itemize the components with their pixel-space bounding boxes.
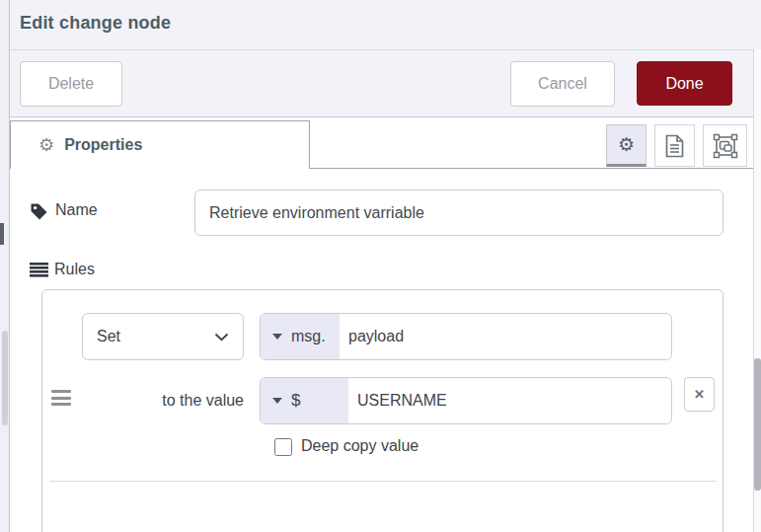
properties-view-button[interactable]: ⚙ — [606, 124, 647, 167]
delete-button[interactable]: Delete — [20, 61, 122, 107]
gear-icon: ⚙ — [618, 135, 635, 154]
tab-properties-label: Properties — [64, 136, 142, 154]
done-button[interactable]: Done — [637, 61, 732, 106]
property-typed-input[interactable]: msg. payload — [260, 313, 672, 360]
property-value[interactable]: payload — [340, 314, 671, 359]
tag-icon — [30, 202, 48, 221]
appearance-icon — [713, 133, 738, 159]
value-type-label: $ — [291, 391, 300, 411]
name-label: Name — [55, 201, 98, 219]
chevron-down-icon — [214, 333, 229, 342]
drag-handle-icon[interactable] — [51, 390, 71, 406]
edit-change-node-dialog: { "window": { "title": "Edit change node… — [0, 0, 761, 532]
deep-copy-checkbox[interactable] — [274, 438, 292, 456]
deep-copy-label: Deep copy value — [301, 437, 419, 455]
workspace-node-fragment — [0, 223, 4, 245]
caret-down-icon — [272, 398, 282, 404]
scrollbar-thumb[interactable] — [754, 358, 761, 491]
appearance-view-button[interactable] — [703, 124, 747, 167]
tab-row-divider — [309, 168, 753, 169]
tab-properties[interactable]: ⚙ Properties — [10, 120, 310, 169]
rule-divider — [49, 481, 717, 482]
to-value-label: to the value — [82, 377, 244, 424]
dialog-title: Edit change node — [20, 13, 171, 34]
rule-action-value: Set — [97, 328, 120, 345]
close-icon: ✕ — [694, 387, 705, 402]
remove-rule-button[interactable]: ✕ — [684, 377, 715, 412]
cancel-button[interactable]: Cancel — [510, 61, 615, 107]
rules-label: Rules — [54, 261, 95, 278]
rule-action-select[interactable]: Set — [82, 313, 244, 360]
property-type-button[interactable]: msg. — [261, 314, 340, 359]
properties-gear-icon: ⚙ — [38, 136, 54, 154]
value-text[interactable]: USERNAME — [348, 378, 671, 423]
left-scrollbar-thumb[interactable] — [2, 331, 8, 425]
name-input[interactable] — [194, 190, 723, 236]
value-type-button[interactable]: $ — [261, 378, 348, 423]
workspace-edge-strip — [0, 0, 10, 532]
value-typed-input[interactable]: $ USERNAME — [260, 377, 672, 424]
property-type-label: msg. — [291, 328, 326, 345]
document-icon — [665, 134, 684, 158]
description-view-button[interactable] — [654, 124, 695, 167]
caret-down-icon — [272, 334, 282, 340]
list-icon — [30, 263, 48, 277]
